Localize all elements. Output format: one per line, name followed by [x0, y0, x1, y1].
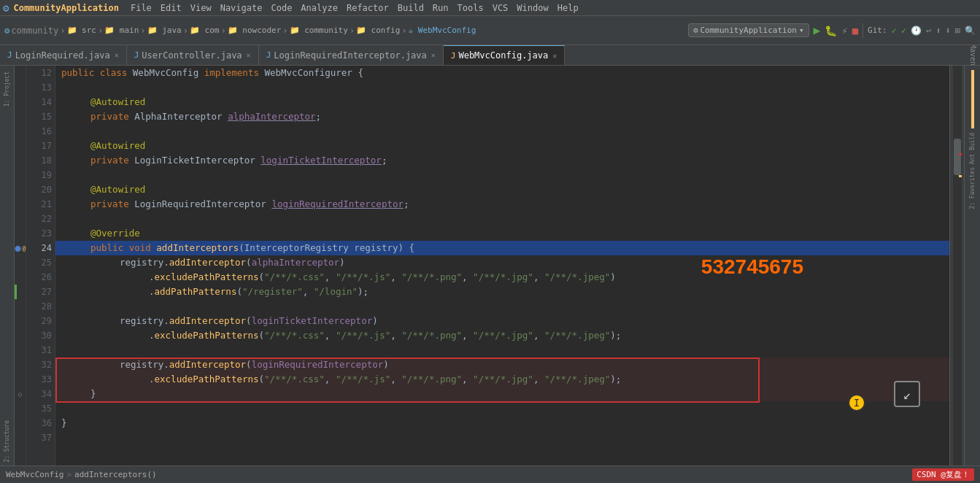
gi-25 [15, 255, 26, 270]
code-line-23: @Override [55, 226, 949, 241]
code-area[interactable]: 532745675 I ↙ public class WebMvcConfig … [55, 66, 949, 465]
tab-label-3: WebMvcConfig.java [458, 50, 548, 61]
ln-29: 29 [29, 314, 52, 328]
status-arrow: > [66, 470, 72, 479]
status-bar: WebMvcConfig > addInterceptors() CSDN @复… [0, 465, 980, 483]
gi-18 [15, 153, 26, 168]
ln-31: 31 [29, 343, 52, 358]
code-line-28 [55, 299, 949, 314]
menu-tools[interactable]: Tools [453, 1, 488, 15]
tab-login-required[interactable]: J LoginRequired.java ✕ [0, 45, 127, 65]
menu-analyze[interactable]: Analyze [296, 1, 342, 15]
ln-19: 19 [29, 168, 52, 182]
tab-close-1[interactable]: ✕ [247, 51, 251, 59]
tab-label-1: UserController.java [142, 50, 242, 61]
scrollbar-track[interactable] [953, 66, 962, 465]
tab-user-controller[interactable]: J UserController.java ✕ [127, 45, 259, 65]
gi-36 [15, 416, 26, 430]
yellow-indicator-bar [971, 70, 974, 128]
breadcrumb-bar: ⚙ community › 📁 src › 📁 main › 📁 java › … [4, 26, 476, 36]
toolbar: ⚙ community › 📁 src › 📁 main › 📁 java › … [0, 16, 980, 45]
status-breadcrumb: WebMvcConfig > addInterceptors() [6, 470, 157, 479]
menu-run[interactable]: Run [428, 1, 453, 15]
gi-26 [15, 270, 26, 285]
menu-edit[interactable]: Edit [156, 1, 186, 15]
code-line-17: @Autowired [55, 139, 949, 153]
code-line-20: @Autowired [55, 182, 949, 197]
gi-35 [15, 401, 26, 416]
gi-21 [15, 197, 26, 212]
git-check2: ✓ [901, 26, 906, 36]
status-method: addInterceptors() [74, 470, 157, 479]
gi-34: ○ [15, 387, 26, 401]
maven-tab[interactable]: Maven [966, 45, 980, 66]
code-line-37 [55, 430, 949, 445]
ln-15: 15 [29, 109, 52, 124]
tab-bar: J LoginRequired.java ✕ J UserController.… [0, 45, 980, 66]
git-push[interactable]: ⬆ [935, 26, 941, 36]
gi-33 [15, 372, 26, 387]
git-clock[interactable]: 🕐 [911, 26, 922, 36]
menu-build[interactable]: Build [393, 1, 428, 15]
menu-window[interactable]: Window [512, 1, 552, 15]
gi-23 [15, 226, 26, 241]
ant-build-label[interactable]: Ant Build [969, 133, 976, 164]
ln-12: 12 [29, 66, 52, 80]
stop-button[interactable]: ■ [852, 25, 858, 36]
search-btn[interactable]: 🔍 [965, 26, 976, 36]
ln-28: 28 [29, 299, 52, 314]
git-pull[interactable]: ⬇ [946, 26, 951, 36]
menu-navigate[interactable]: Navigate [216, 1, 267, 15]
right-scrollbar[interactable] [949, 66, 964, 465]
run-config[interactable]: ⚙ CommunityApplication ▾ [688, 23, 809, 37]
fold-icon[interactable]: ○ [18, 391, 22, 398]
far-right-tabs: Maven [966, 45, 980, 65]
error-mark-1 [959, 153, 962, 155]
menu-help[interactable]: Help [553, 1, 583, 15]
line-numbers: 12 13 14 15 16 17 18 19 20 21 22 23 24 2… [26, 66, 55, 465]
menu-view[interactable]: View [186, 1, 216, 15]
debug-button[interactable]: 🐛 [825, 25, 837, 36]
project-icon: ⚙ [4, 26, 9, 36]
coverage-button[interactable]: ⚡ [841, 25, 847, 36]
project-panel-label[interactable]: 1: Project [2, 69, 12, 109]
ln-17: 17 [29, 139, 52, 153]
run-button[interactable]: ▶ [814, 23, 821, 37]
overlay-number: 532745675 [701, 255, 803, 279]
tab-webmvcconfig[interactable]: J WebMvcConfig.java ✕ [444, 45, 565, 65]
tab-login-required-interceptor[interactable]: J LoginRequiredInterceptor.java ✕ [259, 45, 444, 65]
code-line-24: public void addInterceptors(InterceptorR… [55, 241, 949, 255]
ln-20: 20 [29, 182, 52, 197]
git-label: Git: [868, 26, 887, 35]
tab-close-3[interactable]: ✕ [552, 52, 557, 60]
menu-vcs[interactable]: VCS [488, 1, 513, 15]
code-line-18: private LoginTicketInterceptor loginTick… [55, 153, 949, 168]
menu-file[interactable]: File [126, 1, 156, 15]
gi-15 [15, 109, 26, 124]
git-check1: ✓ [892, 26, 897, 36]
tab-close-2[interactable]: ✕ [431, 51, 436, 59]
layout-btn[interactable]: ⊞ [955, 26, 960, 36]
code-line-25: registry.addInterceptor(alphaInterceptor… [55, 255, 949, 270]
code-line-19 [55, 168, 949, 182]
structure-panel-label[interactable]: 2: Structure [2, 417, 12, 465]
ln-16: 16 [29, 124, 52, 139]
tab-label-2: LoginRequiredInterceptor.java [274, 50, 427, 61]
code-line-31 [55, 343, 949, 358]
gi-30 [15, 328, 26, 343]
ln-30: 30 [29, 328, 52, 343]
favorites-label[interactable]: 2: Favorites [969, 167, 976, 209]
menu-refactor[interactable]: Refactor [342, 1, 393, 15]
far-right-panel: Ant Build 2: Favorites [964, 66, 980, 465]
gi-32 [15, 358, 26, 372]
gi-14 [15, 95, 26, 109]
ln-36: 36 [29, 416, 52, 430]
tab-close-0[interactable]: ✕ [115, 51, 119, 59]
toolbar-right: ⚙ CommunityApplication ▾ ▶ 🐛 ⚡ ■ Git: ✓ … [688, 23, 976, 38]
bookmark-icon: @ [23, 245, 26, 252]
code-line-30: .excludePathPatterns("/**/*.css", "/**/*… [55, 328, 949, 343]
menu-code[interactable]: Code [266, 1, 296, 15]
ln-22: 22 [29, 212, 52, 226]
scrollbar-thumb[interactable] [954, 139, 961, 175]
git-undo[interactable]: ↩ [926, 26, 931, 36]
